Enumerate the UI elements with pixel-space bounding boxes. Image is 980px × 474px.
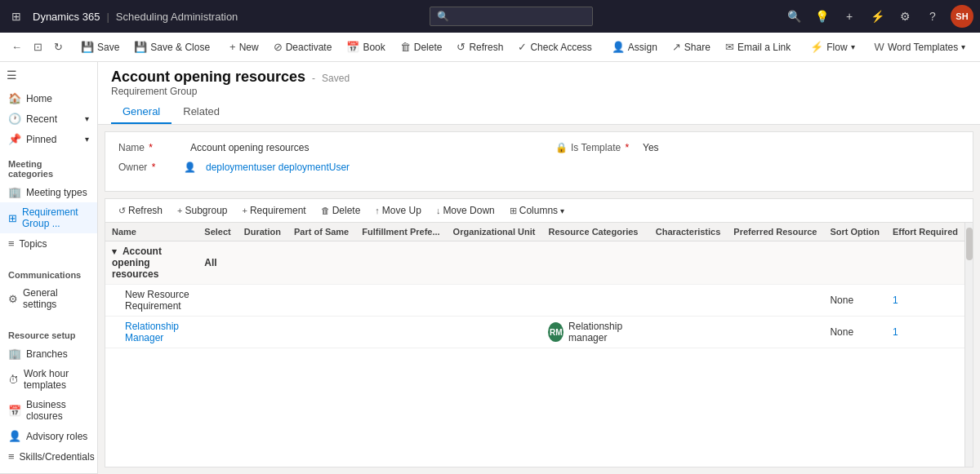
filter-icon[interactable]: ⚡ [867,10,887,23]
is-template-value[interactable]: Yes [643,142,960,153]
record-title-row: Account opening resources - Saved [111,69,967,86]
subgrid-subgroup-button[interactable]: + Subgroup [171,202,234,219]
nav-left: ⊞ Dynamics 365 | Scheduling Administrati… [7,10,238,23]
col-select[interactable]: Select [198,223,237,241]
subgrid-columns-label: Columns [519,205,558,216]
subgrid-delete-icon: 🗑 [321,206,330,215]
scroll-thumb [966,228,973,260]
subgrid-refresh-button[interactable]: ↺ Refresh [112,202,169,219]
book-button[interactable]: 📅 Book [340,38,391,56]
lightbulb-icon[interactable]: 💡 [812,10,831,23]
sidebar-item-topics[interactable]: ≡ Topics [0,233,97,254]
email-link-button[interactable]: ✉ Email a Link [719,38,797,56]
form-section: Name * Account opening resources 🔒 Is Te… [105,131,973,192]
help-icon[interactable]: ? [923,10,942,23]
sidebar-item-home[interactable]: 🏠 Home [0,88,97,109]
tab-related[interactable]: Related [172,100,231,124]
sidebar-item-recent[interactable]: 🕐 Recent ▾ [0,109,97,129]
page-name: Scheduling Administration [116,11,238,23]
col-resource-categories[interactable]: Resource Categories [541,223,648,241]
col-duration[interactable]: Duration [238,223,287,241]
name-label: Name * [118,142,184,153]
table-header-row: Name Select Duration Part of Same Fulfil… [105,223,964,241]
vertical-scrollbar[interactable] [964,223,973,467]
command-toolbar: ← ⊡ ↻ 💾 Save 💾 Save & Close + New ⊘ Deac… [0,33,980,62]
save-button[interactable]: 💾 Save [74,38,126,56]
form-row-owner: Owner * 👤 deploymentuser deploymentUser [118,162,960,173]
word-templates-icon: W [875,41,884,53]
grid-icon[interactable]: ⊞ [7,10,26,23]
col-preferred-resource[interactable]: Preferred Resource [727,223,823,241]
run-report-button[interactable]: 📊 Run Report ▾ [973,38,980,56]
col-fulfillment-pref[interactable]: Fulfillment Prefe... [355,223,446,241]
table-row[interactable]: New Resource Requirement None [105,285,964,317]
subgrid-move-up-button[interactable]: ↑ Move Up [368,202,428,219]
sidebar-item-general-settings[interactable]: ⚙ General settings [0,283,97,314]
group-name: Account opening resources [112,246,162,280]
name-required: * [149,142,153,153]
check-access-button[interactable]: ✓ Check Access [511,38,598,56]
sidebar-item-work-hour-templates[interactable]: ⏱ Work hour templates [0,364,97,395]
tab-general[interactable]: General [111,100,172,124]
share-icon: ↗ [672,41,681,53]
resource-setup-section: Resource setup 🏢 Branches ⏱ Work hour te… [0,321,97,473]
col-org-unit[interactable]: Organizational Unit [447,223,542,241]
row2-characteristics [649,317,728,348]
save-close-label: Save & Close [150,42,210,53]
sidebar-item-advisory-roles[interactable]: 👤 Advisory roles [0,426,97,446]
subgrid-delete-button[interactable]: 🗑 Delete [314,202,368,219]
share-button[interactable]: ↗ Share [666,38,717,56]
settings-icon[interactable]: ⚙ [895,10,915,23]
sidebar-item-meeting-types[interactable]: 🏢 Meeting types [0,182,97,202]
meeting-categories-title: Meeting categories [0,156,97,182]
sidebar-item-business-closures[interactable]: 📅 Business closures [0,395,97,426]
table-body: ▾ Account opening resources All [105,241,964,348]
save-close-button[interactable]: 💾 Save & Close [127,38,216,56]
assign-label: Assign [628,42,657,53]
maximize-button[interactable]: ⊡ [29,38,47,56]
name-value[interactable]: Account opening resources [190,142,523,153]
table-row[interactable]: Relationship Manager RM [105,317,964,348]
sidebar-item-skills-credentials[interactable]: ≡ Skills/Credentials [0,446,97,467]
rm-avatar: RM [548,322,564,342]
group-row-account-opening[interactable]: ▾ Account opening resources All [105,241,964,285]
search-icon[interactable]: 🔍 [784,10,804,23]
col-name[interactable]: Name [105,223,198,241]
row2-sort-option: None [823,317,886,348]
row1-org-unit [447,285,542,317]
avatar[interactable]: SH [951,5,973,28]
add-icon[interactable]: + [840,10,859,23]
subgrid-move-down-button[interactable]: ↓ Move Down [430,202,501,219]
subgrid-subgroup-label: Subgroup [185,205,227,216]
reload-button[interactable]: ↻ [49,38,68,56]
assign-button[interactable]: 👤 Assign [605,38,664,56]
group-select-value: All [204,257,216,268]
col-part-of-same[interactable]: Part of Same [287,223,355,241]
col-effort-required[interactable]: Effort Required [886,223,964,241]
sidebar-item-branches[interactable]: 🏢 Branches [0,343,97,364]
hamburger-icon[interactable]: ☰ [7,69,17,82]
new-button[interactable]: + New [223,38,265,56]
row2-name-link[interactable]: Relationship Manager [125,321,179,343]
refresh-button[interactable]: ↺ Refresh [450,38,510,56]
skills-credentials-icon: ≡ [8,450,15,463]
deactivate-button[interactable]: ⊘ Deactivate [267,38,339,56]
back-button[interactable]: ← [7,38,27,56]
flow-button[interactable]: ⚡ Flow ▾ [804,38,861,56]
word-templates-label: Word Templates [888,42,958,53]
owner-value[interactable]: deploymentuser deploymentUser [206,162,960,173]
table-scroll-area[interactable]: Name Select Duration Part of Same Fulfil… [105,223,964,467]
subgrid-requirement-button[interactable]: + Requirement [236,202,313,219]
general-settings-icon: ⚙ [8,293,18,305]
subgrid-move-down-label: Move Down [443,205,494,216]
sidebar-item-pinned[interactable]: 📌 Pinned ▾ [0,129,97,149]
col-sort-option[interactable]: Sort Option [823,223,886,241]
communications-section: Communications ⚙ General settings [0,260,97,321]
meeting-categories-section: Meeting categories 🏢 Meeting types ⊞ Req… [0,149,97,260]
delete-button[interactable]: 🗑 Delete [394,38,449,56]
tab-related-label: Related [183,105,220,117]
col-characteristics[interactable]: Characteristics [649,223,728,241]
sidebar-item-requirement-group[interactable]: ⊞ Requirement Group ... [0,202,97,233]
subgrid-columns-button[interactable]: ⊞ Columns ▾ [503,202,571,219]
word-templates-button[interactable]: W Word Templates ▾ [868,38,973,56]
